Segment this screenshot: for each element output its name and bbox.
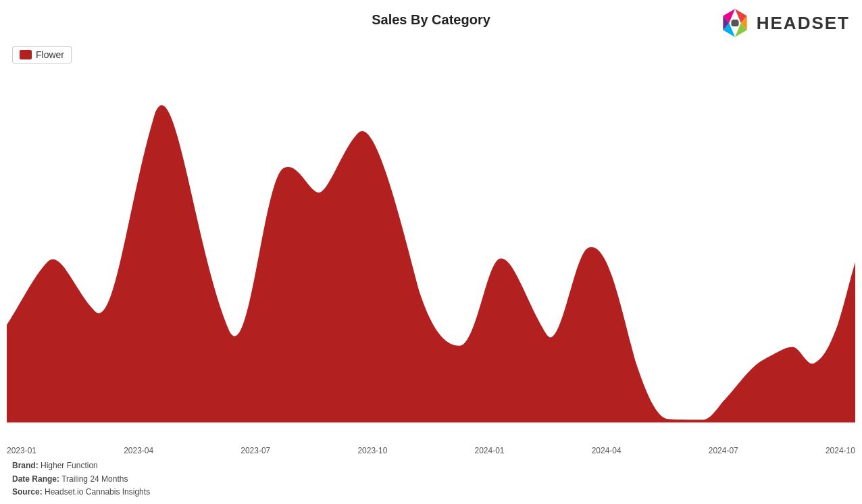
x-axis-labels: 2023-01 2023-04 2023-07 2023-10 2024-01 … <box>7 446 855 455</box>
headset-logo: HEADSET <box>719 7 850 39</box>
x-label-0: 2023-01 <box>7 446 36 455</box>
chart-area <box>7 46 855 436</box>
x-label-3: 2023-10 <box>357 446 387 455</box>
footer-brand-label: Brand: <box>12 461 39 470</box>
footer-date-range-label: Date Range: <box>12 474 59 484</box>
footer-info: Brand: Higher Function Date Range: Trail… <box>12 459 150 499</box>
x-label-7: 2024-10 <box>826 446 855 455</box>
x-label-1: 2023-04 <box>124 446 153 455</box>
chart-svg <box>7 46 855 436</box>
x-label-6: 2024-07 <box>709 446 738 455</box>
headset-logo-text: HEADSET <box>757 13 850 34</box>
x-label-4: 2024-01 <box>475 446 505 455</box>
chart-container: HEADSET Sales By Category Flower <box>0 0 862 504</box>
footer-source-value: Headset.io Cannabis Insights <box>45 487 150 497</box>
x-label-5: 2024-04 <box>592 446 622 455</box>
x-label-2: 2023-07 <box>240 446 270 455</box>
headset-logo-icon <box>719 7 751 39</box>
footer-brand-value: Higher Function <box>41 461 98 470</box>
footer-source: Source: Headset.io Cannabis Insights <box>12 486 150 499</box>
footer-brand: Brand: Higher Function <box>12 459 150 472</box>
footer-date-range: Date Range: Trailing 24 Months <box>12 473 150 486</box>
footer-source-label: Source: <box>12 487 43 497</box>
footer-date-range-value: Trailing 24 Months <box>61 474 128 484</box>
